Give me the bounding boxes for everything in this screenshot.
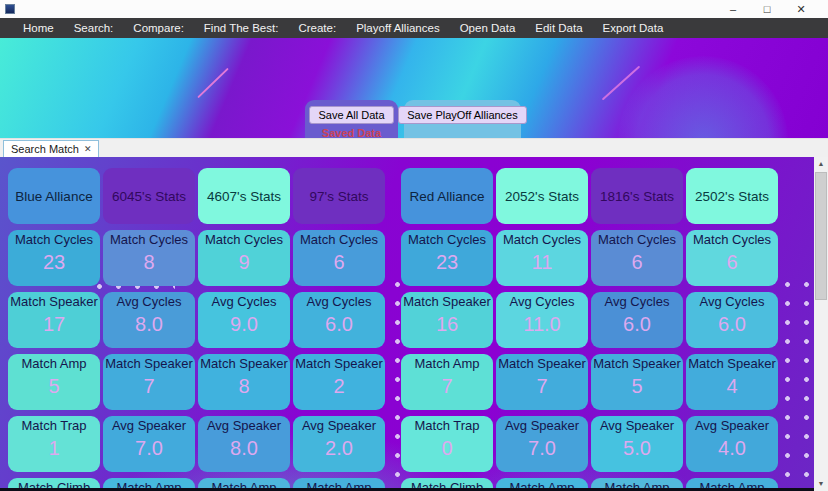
save-all-panel: Save All Data Saved Data — [305, 100, 398, 138]
stat-label: Avg Speaker — [591, 418, 683, 434]
stat-value: 8.0 — [103, 313, 195, 336]
stat-label: Avg Cycles — [198, 294, 290, 310]
stat-card: Avg Speaker8.0 — [198, 416, 290, 472]
stat-label: Avg Speaker — [293, 418, 385, 434]
stat-card: Avg Speaker5.0 — [591, 416, 683, 472]
maximize-button[interactable]: □ — [750, 0, 784, 18]
alliance-gap — [388, 416, 398, 472]
stat-card: Match Cycles6 — [591, 230, 683, 286]
stat-card: Avg Speaker2.0 — [293, 416, 385, 472]
stat-card: Match Speaker5 — [591, 354, 683, 410]
team-header-4607-s-stats[interactable]: 4607's Stats — [198, 168, 290, 224]
stat-value: 7 — [103, 375, 195, 398]
team-header-2052-s-stats[interactable]: 2052's Stats — [496, 168, 588, 224]
stat-value: 8 — [103, 251, 195, 274]
menu-item-find-the-best[interactable]: Find The Best: — [194, 18, 289, 38]
stat-value: 9.0 — [198, 313, 290, 336]
stat-card: Avg Cycles6.0 — [591, 292, 683, 348]
scroll-up-icon[interactable]: ▲ — [814, 157, 828, 171]
save-playoff-alliances-button[interactable]: Save PlayOff Alliances — [398, 106, 526, 124]
stat-label: Match Speaker — [198, 356, 290, 372]
stat-label: Match Speaker — [496, 356, 588, 372]
menu-item-home[interactable]: Home — [13, 18, 64, 38]
stat-label: Avg Cycles — [293, 294, 385, 310]
stat-value: 17 — [8, 313, 100, 336]
team-header-label: Red Alliance — [409, 189, 484, 204]
stat-label: Match Cycles — [686, 232, 778, 248]
team-header-label: Blue Alliance — [15, 189, 92, 204]
alliance-gap — [388, 292, 398, 348]
menu-bar: HomeSearch:Compare:Find The Best:Create:… — [0, 18, 828, 38]
stat-value: 4 — [686, 375, 778, 398]
stat-label: Avg Speaker — [496, 418, 588, 434]
stat-card: Avg Cycles6.0 — [686, 292, 778, 348]
stat-label: Match Cycles — [198, 232, 290, 248]
stat-value: 6 — [591, 251, 683, 274]
save-all-data-button[interactable]: Save All Data — [309, 106, 393, 124]
scroll-down-icon[interactable]: ▼ — [814, 477, 828, 491]
stat-card: Match Amp7 — [401, 354, 493, 410]
stat-label: Avg Cycles — [103, 294, 195, 310]
menu-item-edit-data[interactable]: Edit Data — [525, 18, 592, 38]
dots-decoration — [778, 275, 810, 490]
menu-item-open-data[interactable]: Open Data — [450, 18, 526, 38]
team-header-label: 2052's Stats — [505, 189, 579, 204]
menu-item-search[interactable]: Search: — [64, 18, 124, 38]
stat-card: Avg Cycles8.0 — [103, 292, 195, 348]
banner-circle-decoration — [618, 56, 788, 138]
tab-strip: Search Match ✕ — [0, 138, 828, 157]
stat-label: Match Amp — [8, 356, 100, 372]
vertical-scrollbar[interactable]: ▲ ▼ — [814, 157, 828, 491]
stat-card: Match Speaker17 — [8, 292, 100, 348]
stat-value: 6.0 — [293, 313, 385, 336]
menu-item-create[interactable]: Create: — [288, 18, 346, 38]
menu-item-export-data[interactable]: Export Data — [593, 18, 674, 38]
stats-grid: Blue Alliance6045's Stats4607's Stats97'… — [8, 168, 778, 491]
stats-panel: Blue Alliance6045's Stats4607's Stats97'… — [0, 157, 828, 491]
stat-card: Avg Speaker7.0 — [103, 416, 195, 472]
tab-search-match[interactable]: Search Match ✕ — [3, 140, 99, 157]
alliance-gap — [388, 168, 398, 224]
team-header-red-alliance[interactable]: Red Alliance — [401, 168, 493, 224]
stat-label: Avg Speaker — [103, 418, 195, 434]
app-window: – □ ✕ HomeSearch:Compare:Find The Best:C… — [0, 0, 828, 491]
close-button[interactable]: ✕ — [784, 0, 818, 18]
team-header-label: 97's Stats — [310, 189, 369, 204]
minimize-button[interactable]: – — [716, 0, 750, 18]
stat-card: Match Cycles23 — [8, 230, 100, 286]
team-header-label: 1816's Stats — [600, 189, 674, 204]
team-header-blue-alliance[interactable]: Blue Alliance — [8, 168, 100, 224]
team-header-97-s-stats[interactable]: 97's Stats — [293, 168, 385, 224]
team-header-label: 4607's Stats — [207, 189, 281, 204]
stat-value: 5 — [8, 375, 100, 398]
title-bar: – □ ✕ — [0, 0, 828, 18]
stat-value: 7 — [401, 375, 493, 398]
tab-close-icon[interactable]: ✕ — [84, 144, 92, 154]
menu-item-compare[interactable]: Compare: — [123, 18, 194, 38]
stat-label: Match Speaker — [293, 356, 385, 372]
stat-card: Match Cycles6 — [686, 230, 778, 286]
stat-card: Match Speaker7 — [496, 354, 588, 410]
tab-label: Search Match — [11, 143, 79, 155]
stat-label: Match Speaker — [103, 356, 195, 372]
team-header-6045-s-stats[interactable]: 6045's Stats — [103, 168, 195, 224]
stat-card: Match Cycles6 — [293, 230, 385, 286]
stat-card: Match Speaker8 — [198, 354, 290, 410]
stat-value: 8.0 — [198, 437, 290, 460]
stat-value: 23 — [8, 251, 100, 274]
stat-value: 6.0 — [591, 313, 683, 336]
team-header-1816-s-stats[interactable]: 1816's Stats — [591, 168, 683, 224]
stat-value: 6 — [293, 251, 385, 274]
stat-value: 7.0 — [496, 437, 588, 460]
scrollbar-thumb[interactable] — [815, 172, 827, 300]
stat-card: Match Speaker16 — [401, 292, 493, 348]
stat-label: Match Speaker — [8, 294, 100, 310]
alliance-gap — [388, 354, 398, 410]
stat-value: 11.0 — [496, 313, 588, 336]
stat-value: 6 — [686, 251, 778, 274]
app-icon — [5, 4, 15, 14]
team-header-2502-s-stats[interactable]: 2502's Stats — [686, 168, 778, 224]
menu-item-playoff-alliances[interactable]: Playoff Alliances — [346, 18, 450, 38]
stat-value: 23 — [401, 251, 493, 274]
window-controls: – □ ✕ — [716, 0, 828, 18]
